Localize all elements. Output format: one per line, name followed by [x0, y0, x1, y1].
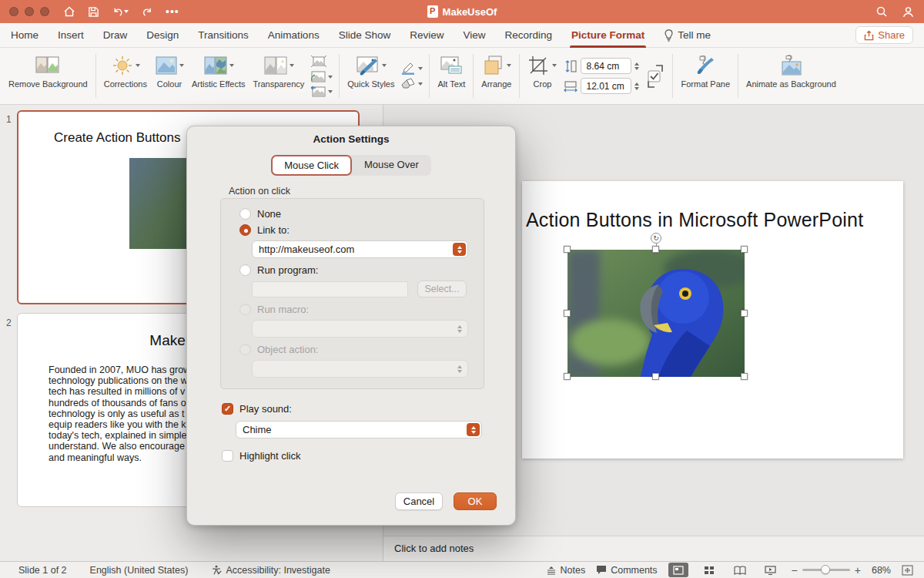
save-icon[interactable] — [88, 6, 99, 18]
resize-handle-top-left[interactable] — [564, 246, 571, 253]
rotate-handle[interactable]: ↻ — [651, 233, 661, 244]
search-icon[interactable] — [875, 5, 888, 18]
tab-view[interactable]: View — [463, 23, 485, 48]
alt-text-button[interactable]: Alt Text — [434, 50, 469, 102]
change-picture-button[interactable] — [310, 71, 333, 82]
selected-picture[interactable]: ↻ — [567, 250, 745, 377]
cancel-button[interactable]: Cancel — [395, 492, 443, 510]
minimize-window-icon[interactable] — [25, 7, 34, 16]
transparency-button[interactable]: Transparency — [249, 50, 308, 102]
compress-pictures-button[interactable] — [310, 55, 333, 68]
resize-handle-top-center[interactable] — [652, 246, 659, 253]
object-action-option: Object action: — [239, 344, 484, 355]
link-to-radio[interactable] — [239, 224, 251, 236]
zoom-percentage[interactable]: 68% — [872, 565, 891, 576]
status-bar: Slide 1 of 2 English (United States) Acc… — [0, 561, 924, 578]
undo-button[interactable] — [112, 6, 129, 18]
reading-view-button[interactable] — [730, 563, 750, 577]
tab-draw[interactable]: Draw — [103, 23, 128, 48]
link-to-dropdown[interactable]: http://makeuseof.com — [252, 240, 468, 258]
slide-title-text[interactable]: Action Buttons in Microsoft PowerPoint — [526, 209, 863, 231]
none-option[interactable]: None — [239, 208, 484, 220]
colour-button[interactable]: Colour — [151, 50, 188, 102]
crop-button[interactable]: Crop — [524, 50, 561, 102]
slideshow-view-button[interactable] — [761, 563, 781, 577]
run-program-input[interactable] — [252, 281, 408, 297]
account-icon[interactable] — [902, 5, 915, 18]
more-commands-icon[interactable]: ••• — [166, 5, 179, 18]
tab-animations[interactable]: Animations — [268, 23, 320, 48]
play-sound-option[interactable]: ✓ Play sound: — [222, 403, 292, 415]
zoom-in-button[interactable]: + — [855, 564, 861, 576]
sound-dropdown[interactable]: Chime — [236, 421, 482, 439]
redo-icon[interactable] — [141, 6, 153, 18]
resize-handle-bottom-right[interactable] — [741, 373, 748, 380]
resize-handle-bottom-left[interactable] — [564, 373, 571, 380]
remove-background-button[interactable]: Remove Background — [5, 50, 92, 102]
shape-height-icon — [564, 60, 578, 72]
animate-as-background-button[interactable]: Animate as Background — [742, 50, 840, 102]
notes-placeholder[interactable]: Click to add notes — [383, 536, 924, 554]
artistic-effects-button[interactable]: Artistic Effects — [188, 50, 249, 102]
tab-design[interactable]: Design — [146, 23, 179, 48]
tab-recording[interactable]: Recording — [505, 23, 553, 48]
resize-handle-top-right[interactable] — [741, 246, 748, 253]
close-window-icon[interactable] — [9, 7, 18, 16]
chevron-down-icon — [328, 90, 333, 96]
tab-mouse-over[interactable]: Mouse Over — [352, 155, 431, 176]
resize-handle-bottom-center[interactable] — [652, 373, 659, 380]
tab-picture-format[interactable]: Picture Format — [571, 23, 644, 48]
tab-mouse-click[interactable]: Mouse Click — [271, 155, 352, 176]
tab-review[interactable]: Review — [410, 23, 444, 48]
zoom-out-button[interactable]: − — [792, 564, 798, 576]
quick-styles-button[interactable]: Quick Styles — [343, 50, 398, 102]
undo-dropdown-icon[interactable] — [124, 10, 129, 15]
run-program-option[interactable]: Run program: — [239, 264, 484, 276]
fit-to-window-button[interactable] — [902, 565, 913, 576]
slide-editing-canvas[interactable]: Action Buttons in Microsoft PowerPoint — [522, 181, 903, 459]
lock-aspect-ratio-checkbox[interactable] — [642, 50, 668, 102]
arrange-button[interactable]: Arrange — [477, 50, 515, 102]
height-stepper[interactable] — [634, 60, 639, 72]
tab-home[interactable]: Home — [11, 23, 38, 48]
picture-border-button[interactable] — [400, 62, 423, 75]
resize-handle-middle-right[interactable] — [741, 310, 748, 317]
tab-transitions[interactable]: Transitions — [198, 23, 249, 48]
share-button[interactable]: Share — [855, 26, 913, 44]
select-program-button[interactable]: Select... — [417, 281, 467, 297]
reset-picture-button[interactable] — [310, 86, 333, 97]
comments-toggle-button[interactable]: Comments — [596, 565, 657, 576]
none-radio[interactable] — [239, 208, 251, 220]
accessibility-status[interactable]: Accessibility: Investigate — [211, 565, 330, 576]
zoom-slider[interactable] — [802, 569, 850, 571]
language-setting[interactable]: English (United States) — [90, 565, 189, 576]
link-to-option[interactable]: Link to: — [239, 224, 484, 236]
picture-effects-button[interactable] — [400, 78, 423, 89]
ok-button[interactable]: OK — [454, 492, 497, 510]
tab-slide-show[interactable]: Slide Show — [339, 23, 391, 48]
slide-1-number: 1 — [6, 114, 12, 125]
dropdown-stepper-icon — [467, 423, 480, 436]
width-stepper[interactable] — [634, 80, 639, 92]
height-input[interactable]: 8.64 cm — [581, 58, 631, 74]
notes-pane[interactable]: Click to add notes — [383, 536, 924, 561]
normal-view-button[interactable] — [668, 563, 688, 577]
tab-insert[interactable]: Insert — [58, 23, 84, 48]
slide-2-number: 2 — [6, 318, 12, 328]
resize-handle-middle-left[interactable] — [564, 310, 571, 317]
corrections-button[interactable]: Corrections — [100, 50, 151, 102]
notes-toggle-button[interactable]: Notes — [546, 565, 586, 576]
run-program-radio[interactable] — [239, 264, 251, 276]
slide-sorter-view-button[interactable] — [699, 563, 719, 577]
home-icon[interactable] — [63, 5, 75, 18]
shape-width-icon — [564, 80, 578, 92]
play-sound-checkbox[interactable]: ✓ — [222, 403, 233, 415]
zoom-slider-knob[interactable] — [821, 565, 830, 574]
zoom-window-icon[interactable] — [40, 7, 49, 16]
tell-me-button[interactable]: Tell me — [664, 29, 711, 42]
window-controls[interactable] — [9, 7, 49, 16]
highlight-click-option[interactable]: Highlight click — [222, 450, 300, 462]
width-input[interactable]: 12.01 cm — [581, 78, 631, 94]
highlight-click-checkbox[interactable] — [222, 450, 233, 462]
format-pane-button[interactable]: Format Pane — [677, 50, 734, 102]
